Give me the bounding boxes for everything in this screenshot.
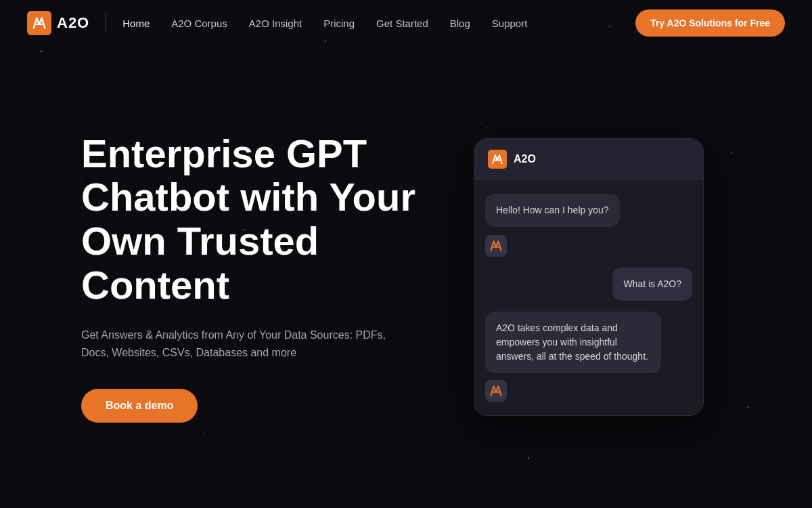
nav-link-a2o-corpus[interactable]: A2O Corpus: [171, 18, 227, 29]
bot-greeting-bubble: Hello! How can I help you?: [485, 194, 620, 227]
nav-link-blog[interactable]: Blog: [450, 18, 470, 29]
try-free-button[interactable]: Try A2O Solutions for Free: [635, 9, 785, 37]
chat-body: Hello! How can I help you? What is A2O? …: [474, 180, 703, 415]
chat-header-name: A2O: [514, 153, 536, 165]
hero-left: Enterprise GPT Chatbot with Your Own Tru…: [81, 132, 474, 423]
nav-link-a2o-insight[interactable]: A2O Insight: [249, 18, 302, 29]
logo-icon: [27, 11, 51, 35]
bot-greeting-group: Hello! How can I help you?: [485, 194, 692, 257]
book-demo-button[interactable]: Book a demo: [81, 389, 198, 423]
user-message-bubble: What is A2O?: [612, 268, 692, 301]
bot-avatar-1: [485, 235, 507, 257]
chat-widget: A2O Hello! How can I help you? What is A…: [474, 138, 704, 416]
navbar: A2O HomeA2O CorpusA2O InsightPricingGet …: [0, 0, 812, 46]
bot-avatar-2: [485, 380, 507, 402]
chat-header: A2O: [474, 139, 703, 180]
hero-section: Enterprise GPT Chatbot with Your Own Tru…: [0, 46, 812, 508]
chat-logo-icon: [488, 150, 507, 169]
nav-divider: [106, 14, 106, 33]
logo-text: A2O: [57, 14, 89, 32]
nav-link-get-started[interactable]: Get Started: [376, 18, 428, 29]
nav-link-pricing[interactable]: Pricing: [323, 18, 355, 29]
logo[interactable]: A2O: [27, 11, 89, 35]
nav-links: HomeA2O CorpusA2O InsightPricingGet Star…: [122, 18, 635, 29]
hero-title: Enterprise GPT Chatbot with Your Own Tru…: [81, 132, 447, 308]
nav-link-home[interactable]: Home: [122, 18, 150, 29]
hero-subtitle: Get Answers & Analytics from Any of Your…: [81, 326, 406, 361]
bot-response-group: A2O takes complex data and empowers you …: [485, 312, 692, 402]
nav-link-support[interactable]: Support: [492, 18, 528, 29]
bot-response-bubble: A2O takes complex data and empowers you …: [485, 312, 661, 373]
